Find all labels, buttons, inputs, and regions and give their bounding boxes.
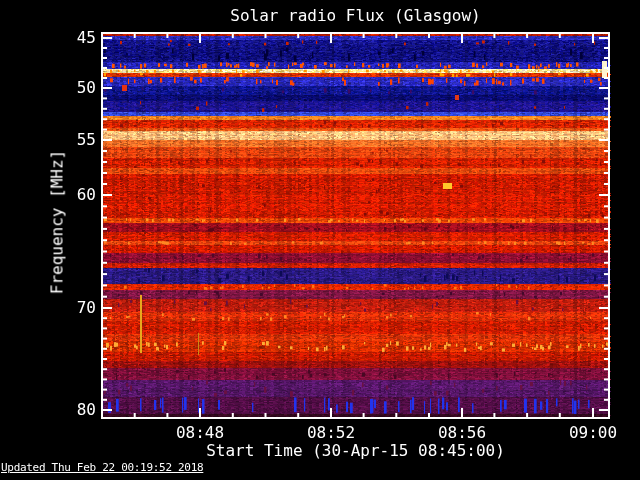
x-tick-label-0848: 08:48 (155, 423, 245, 442)
spectrogram-canvas (0, 0, 640, 480)
x-axis-label: Start Time (30-Apr-15 08:45:00) (102, 441, 609, 460)
y-tick-label-50: 50 (36, 78, 96, 98)
y-tick-label-55: 55 (36, 130, 96, 150)
y-tick-label-60: 60 (36, 185, 96, 205)
solar-radio-flux-window: Solar radio Flux (Glasgow) Frequency [MH… (0, 0, 640, 480)
y-axis-label: Frequency [MHz] (48, 150, 67, 295)
updated-timestamp: Updated Thu Feb 22 00:19:52 2018 (1, 461, 203, 474)
y-tick-label-80: 80 (36, 400, 96, 420)
y-tick-label-45: 45 (36, 28, 96, 48)
page-title: Solar radio Flux (Glasgow) (102, 6, 609, 25)
y-tick-label-70: 70 (36, 298, 96, 318)
x-tick-label-0852: 08:52 (286, 423, 376, 442)
x-tick-label-0856: 08:56 (417, 423, 507, 442)
x-tick-label-0900: 09:00 (548, 423, 638, 442)
